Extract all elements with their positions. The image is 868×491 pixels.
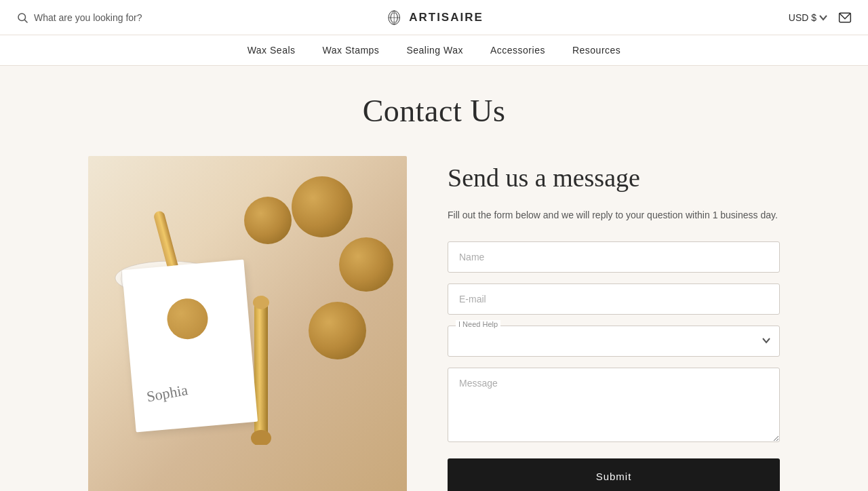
contact-form: I Need Help Order Status Product Questio… [448, 241, 780, 491]
site-logo[interactable]: ARTISAIRE [384, 8, 484, 27]
contact-image: Sophia [88, 156, 407, 491]
search-icon [16, 12, 28, 24]
chevron-down-icon [819, 14, 827, 22]
nav-item-wax-seals[interactable]: Wax Seals [248, 45, 296, 56]
wax-seal-decoration-1 [292, 176, 353, 237]
help-select[interactable]: Order Status Product Question Return or … [448, 326, 780, 357]
form-description: Fill out the form below and we will repl… [448, 208, 780, 222]
page-title-wrapper: Contact Us [0, 93, 868, 129]
email-input[interactable] [448, 283, 780, 315]
submit-button[interactable]: Submit [448, 458, 780, 491]
help-field-group: I Need Help Order Status Product Questio… [448, 326, 780, 357]
contact-form-section: Send us a message Fill out the form belo… [448, 156, 780, 491]
header-right: USD $ [789, 11, 852, 24]
svg-point-10 [253, 296, 269, 309]
svg-line-1 [24, 20, 27, 22]
svg-point-0 [18, 14, 26, 21]
main-nav: Wax Seals Wax Stamps Sealing Wax Accesso… [0, 35, 868, 66]
form-heading: Send us a message [448, 163, 780, 194]
search-button[interactable]: What are you looking for? [16, 12, 142, 24]
search-label: What are you looking for? [34, 12, 142, 23]
nav-item-accessories[interactable]: Accessories [490, 45, 545, 56]
currency-label: USD $ [789, 12, 816, 23]
card-script-text: Sophia [145, 381, 189, 406]
page-title: Contact Us [0, 93, 868, 129]
svg-rect-9 [254, 296, 268, 445]
message-textarea[interactable] [448, 368, 780, 442]
currency-selector[interactable]: USD $ [789, 12, 827, 23]
help-select-label: I Need Help [456, 320, 500, 328]
name-field-group [448, 241, 780, 273]
nav-item-sealing-wax[interactable]: Sealing Wax [406, 45, 463, 56]
wax-seal-decoration-4 [309, 302, 366, 359]
email-field-group [448, 283, 780, 315]
main-content: Contact Us [0, 66, 868, 491]
svg-point-11 [251, 430, 271, 445]
nav-item-resources[interactable]: Resources [572, 45, 620, 56]
logo-icon [384, 8, 403, 27]
name-input[interactable] [448, 241, 780, 273]
wax-seal-decoration-2 [339, 237, 393, 292]
wax-seal-decoration-3 [244, 197, 292, 244]
logo-text: ARTISAIRE [409, 11, 484, 24]
nav-item-wax-stamps[interactable]: Wax Stamps [323, 45, 380, 56]
help-select-wrapper: I Need Help Order Status Product Questio… [448, 326, 780, 357]
header: What are you looking for? ARTISAIRE USD … [0, 0, 868, 35]
mail-icon[interactable] [838, 11, 852, 24]
paper-card: Sophia [122, 260, 258, 433]
submit-group: Submit [448, 456, 780, 491]
card-wax-seal [165, 297, 210, 341]
image-placeholder: Sophia [88, 156, 407, 491]
message-field-group [448, 368, 780, 445]
content-row: Sophia Send us a message Fill out the fo… [61, 156, 807, 491]
